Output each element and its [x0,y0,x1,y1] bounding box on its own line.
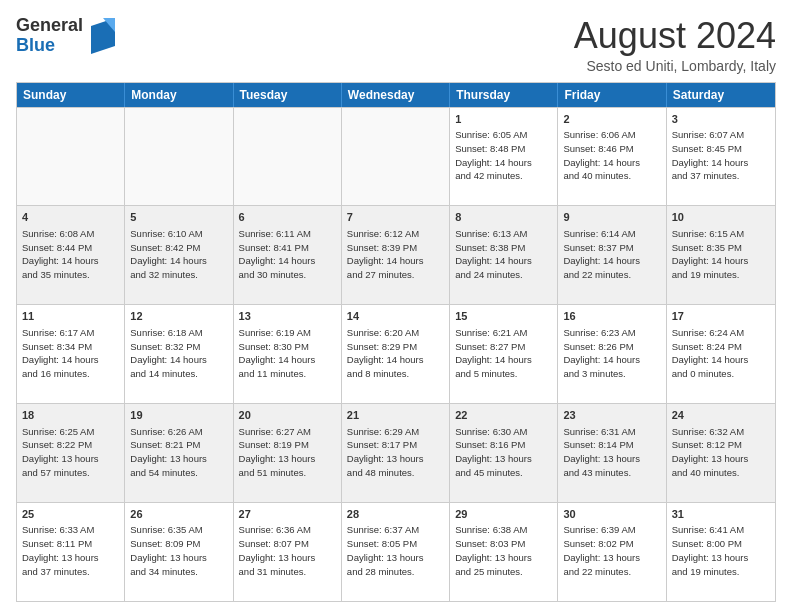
day-number: 15 [455,309,552,324]
cell-text: Sunrise: 6:21 AM Sunset: 8:27 PM Dayligh… [455,326,552,381]
title-block: August 2024 Sesto ed Uniti, Lombardy, It… [574,16,776,74]
cal-cell: 11Sunrise: 6:17 AM Sunset: 8:34 PM Dayli… [17,305,125,403]
cal-cell: 16Sunrise: 6:23 AM Sunset: 8:26 PM Dayli… [558,305,666,403]
day-number: 1 [455,112,552,127]
day-number: 28 [347,507,444,522]
calendar-row-3: 11Sunrise: 6:17 AM Sunset: 8:34 PM Dayli… [17,304,775,403]
cell-text: Sunrise: 6:41 AM Sunset: 8:00 PM Dayligh… [672,523,770,578]
cal-cell: 9Sunrise: 6:14 AM Sunset: 8:37 PM Daylig… [558,206,666,304]
day-number: 19 [130,408,227,423]
day-number: 13 [239,309,336,324]
cal-cell: 22Sunrise: 6:30 AM Sunset: 8:16 PM Dayli… [450,404,558,502]
calendar-row-5: 25Sunrise: 6:33 AM Sunset: 8:11 PM Dayli… [17,502,775,601]
cell-text: Sunrise: 6:23 AM Sunset: 8:26 PM Dayligh… [563,326,660,381]
cal-cell: 28Sunrise: 6:37 AM Sunset: 8:05 PM Dayli… [342,503,450,601]
cal-cell: 26Sunrise: 6:35 AM Sunset: 8:09 PM Dayli… [125,503,233,601]
cal-cell: 7Sunrise: 6:12 AM Sunset: 8:39 PM Daylig… [342,206,450,304]
day-number: 5 [130,210,227,225]
cell-text: Sunrise: 6:30 AM Sunset: 8:16 PM Dayligh… [455,425,552,480]
cal-cell: 29Sunrise: 6:38 AM Sunset: 8:03 PM Dayli… [450,503,558,601]
cal-cell: 15Sunrise: 6:21 AM Sunset: 8:27 PM Dayli… [450,305,558,403]
cell-text: Sunrise: 6:29 AM Sunset: 8:17 PM Dayligh… [347,425,444,480]
day-number: 7 [347,210,444,225]
cal-cell: 2Sunrise: 6:06 AM Sunset: 8:46 PM Daylig… [558,108,666,206]
day-number: 20 [239,408,336,423]
cell-text: Sunrise: 6:13 AM Sunset: 8:38 PM Dayligh… [455,227,552,282]
cell-text: Sunrise: 6:11 AM Sunset: 8:41 PM Dayligh… [239,227,336,282]
cal-cell: 25Sunrise: 6:33 AM Sunset: 8:11 PM Dayli… [17,503,125,601]
logo-blue: Blue [16,35,55,55]
cell-text: Sunrise: 6:39 AM Sunset: 8:02 PM Dayligh… [563,523,660,578]
day-number: 21 [347,408,444,423]
cal-cell: 18Sunrise: 6:25 AM Sunset: 8:22 PM Dayli… [17,404,125,502]
cal-cell: 13Sunrise: 6:19 AM Sunset: 8:30 PM Dayli… [234,305,342,403]
cell-text: Sunrise: 6:18 AM Sunset: 8:32 PM Dayligh… [130,326,227,381]
day-number: 24 [672,408,770,423]
header-tuesday: Tuesday [234,83,342,107]
header-saturday: Saturday [667,83,775,107]
day-number: 14 [347,309,444,324]
cell-text: Sunrise: 6:17 AM Sunset: 8:34 PM Dayligh… [22,326,119,381]
logo-block: General Blue [16,16,119,56]
day-number: 17 [672,309,770,324]
day-number: 30 [563,507,660,522]
header-monday: Monday [125,83,233,107]
cal-cell: 1Sunrise: 6:05 AM Sunset: 8:48 PM Daylig… [450,108,558,206]
day-number: 2 [563,112,660,127]
day-number: 9 [563,210,660,225]
calendar-body: 1Sunrise: 6:05 AM Sunset: 8:48 PM Daylig… [17,107,775,601]
day-number: 8 [455,210,552,225]
cal-cell: 19Sunrise: 6:26 AM Sunset: 8:21 PM Dayli… [125,404,233,502]
cal-cell [17,108,125,206]
day-number: 23 [563,408,660,423]
day-number: 3 [672,112,770,127]
header-friday: Friday [558,83,666,107]
cell-text: Sunrise: 6:35 AM Sunset: 8:09 PM Dayligh… [130,523,227,578]
cell-text: Sunrise: 6:20 AM Sunset: 8:29 PM Dayligh… [347,326,444,381]
cell-text: Sunrise: 6:26 AM Sunset: 8:21 PM Dayligh… [130,425,227,480]
cal-cell [234,108,342,206]
cell-text: Sunrise: 6:15 AM Sunset: 8:35 PM Dayligh… [672,227,770,282]
cell-text: Sunrise: 6:25 AM Sunset: 8:22 PM Dayligh… [22,425,119,480]
header-thursday: Thursday [450,83,558,107]
cell-text: Sunrise: 6:12 AM Sunset: 8:39 PM Dayligh… [347,227,444,282]
cal-cell: 3Sunrise: 6:07 AM Sunset: 8:45 PM Daylig… [667,108,775,206]
logo-icon [87,18,119,54]
cell-text: Sunrise: 6:06 AM Sunset: 8:46 PM Dayligh… [563,128,660,183]
month-year: August 2024 [574,16,776,56]
calendar-row-4: 18Sunrise: 6:25 AM Sunset: 8:22 PM Dayli… [17,403,775,502]
cell-text: Sunrise: 6:27 AM Sunset: 8:19 PM Dayligh… [239,425,336,480]
cal-cell: 4Sunrise: 6:08 AM Sunset: 8:44 PM Daylig… [17,206,125,304]
day-number: 10 [672,210,770,225]
day-number: 4 [22,210,119,225]
day-number: 16 [563,309,660,324]
day-number: 27 [239,507,336,522]
day-number: 29 [455,507,552,522]
cal-cell [342,108,450,206]
cal-cell: 12Sunrise: 6:18 AM Sunset: 8:32 PM Dayli… [125,305,233,403]
cal-cell: 20Sunrise: 6:27 AM Sunset: 8:19 PM Dayli… [234,404,342,502]
day-number: 12 [130,309,227,324]
cell-text: Sunrise: 6:36 AM Sunset: 8:07 PM Dayligh… [239,523,336,578]
cal-cell: 27Sunrise: 6:36 AM Sunset: 8:07 PM Dayli… [234,503,342,601]
cal-cell: 5Sunrise: 6:10 AM Sunset: 8:42 PM Daylig… [125,206,233,304]
cell-text: Sunrise: 6:33 AM Sunset: 8:11 PM Dayligh… [22,523,119,578]
day-number: 22 [455,408,552,423]
cal-cell: 17Sunrise: 6:24 AM Sunset: 8:24 PM Dayli… [667,305,775,403]
header-sunday: Sunday [17,83,125,107]
cal-cell: 31Sunrise: 6:41 AM Sunset: 8:00 PM Dayli… [667,503,775,601]
logo: General Blue [16,16,119,56]
cal-cell: 14Sunrise: 6:20 AM Sunset: 8:29 PM Dayli… [342,305,450,403]
logo-text: General Blue [16,16,83,56]
day-number: 11 [22,309,119,324]
day-number: 31 [672,507,770,522]
cell-text: Sunrise: 6:38 AM Sunset: 8:03 PM Dayligh… [455,523,552,578]
cell-text: Sunrise: 6:32 AM Sunset: 8:12 PM Dayligh… [672,425,770,480]
cal-cell: 24Sunrise: 6:32 AM Sunset: 8:12 PM Dayli… [667,404,775,502]
cal-cell: 21Sunrise: 6:29 AM Sunset: 8:17 PM Dayli… [342,404,450,502]
cell-text: Sunrise: 6:10 AM Sunset: 8:42 PM Dayligh… [130,227,227,282]
day-number: 26 [130,507,227,522]
calendar-header: Sunday Monday Tuesday Wednesday Thursday… [17,83,775,107]
location: Sesto ed Uniti, Lombardy, Italy [574,58,776,74]
calendar: Sunday Monday Tuesday Wednesday Thursday… [16,82,776,602]
